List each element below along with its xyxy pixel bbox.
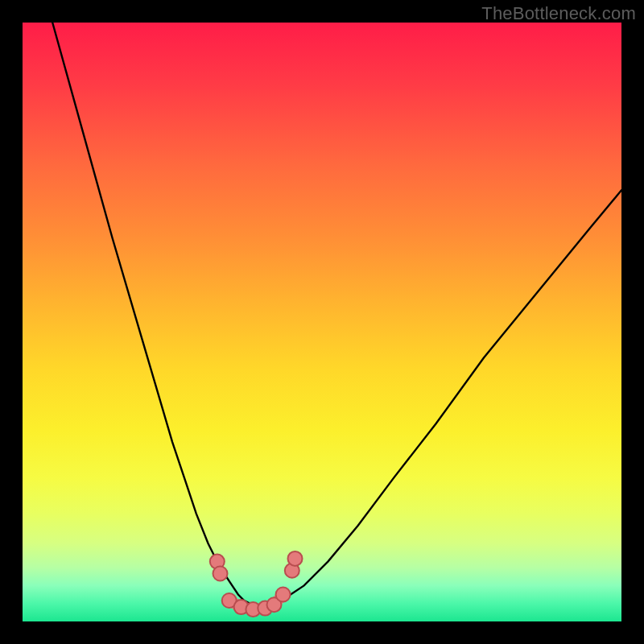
chart-svg bbox=[23, 23, 621, 621]
plot-area bbox=[23, 23, 621, 621]
marker-group bbox=[210, 551, 303, 617]
data-marker bbox=[213, 567, 228, 581]
watermark-text: TheBottleneck.com bbox=[481, 3, 636, 24]
data-marker bbox=[288, 551, 303, 566]
chart-frame: TheBottleneck.com bbox=[0, 0, 644, 644]
right-curve bbox=[275, 190, 622, 603]
data-marker bbox=[276, 588, 291, 602]
left-curve bbox=[52, 23, 250, 604]
